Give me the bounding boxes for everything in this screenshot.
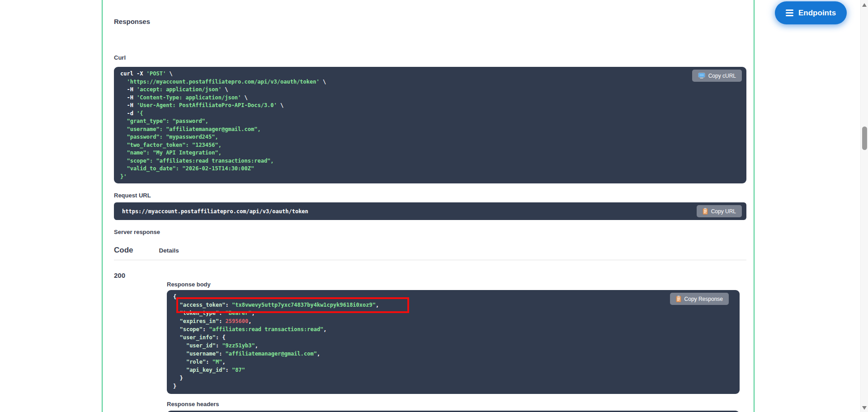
copy-response-button[interactable]: Copy Response — [670, 293, 729, 305]
scroll-down-arrow-icon[interactable] — [862, 406, 867, 410]
request-url-bar: https://myaccount.postaffiliatepro.com/a… — [114, 202, 746, 220]
curl-code-block: curl -X 'POST' \ 'https://myaccount.post… — [114, 67, 746, 183]
copy-url-label: Copy URL — [711, 208, 736, 215]
copy-response-label: Copy Response — [684, 296, 723, 302]
scrollbar-thumb[interactable] — [862, 126, 867, 150]
request-url-label: Request URL — [114, 192, 746, 199]
endpoints-button[interactable]: Endpoints — [775, 1, 847, 24]
response-body-label: Response body — [167, 281, 746, 288]
hamburger-icon — [786, 9, 793, 16]
computer-icon — [698, 73, 705, 79]
curl-label: Curl — [114, 54, 746, 61]
response-details-column: Response body { "access_token": "tx8vwev… — [167, 264, 746, 412]
details-column-header: Details — [159, 247, 179, 254]
code-column-header: Code — [114, 246, 133, 255]
request-url-value: https://myaccount.postaffiliatepro.com/a… — [122, 208, 308, 215]
scrollbar[interactable] — [860, 0, 868, 412]
status-code: 200 — [114, 264, 167, 412]
response-body-code: { "access_token": "tx8vwevy5uttp7yxc7483… — [173, 293, 733, 390]
clipboard-icon — [676, 295, 681, 302]
panel-border-left — [102, 0, 103, 412]
header-divider — [114, 260, 746, 260]
copy-curl-label: Copy cURL — [708, 73, 736, 79]
server-response-label: Server response — [114, 229, 746, 235]
copy-url-button[interactable]: Copy URL — [697, 205, 742, 217]
clipboard-icon — [703, 208, 708, 215]
scroll-up-arrow-icon[interactable] — [862, 3, 867, 7]
copy-curl-button[interactable]: Copy cURL — [692, 70, 742, 82]
curl-code: curl -X 'POST' \ 'https://myaccount.post… — [120, 70, 740, 181]
panel-border-right — [754, 0, 755, 412]
response-row: 200 Response body { "access_token": "tx8… — [114, 264, 746, 412]
responses-heading: Responses — [114, 17, 746, 26]
response-table-header: Code Details — [114, 246, 746, 255]
response-body-block: { "access_token": "tx8vwevy5uttp7yxc7483… — [167, 290, 740, 394]
responses-section: Responses Curl curl -X 'POST' \ 'https:/… — [114, 0, 746, 412]
response-headers-label: Response headers — [167, 400, 746, 408]
endpoints-label: Endpoints — [798, 9, 836, 18]
